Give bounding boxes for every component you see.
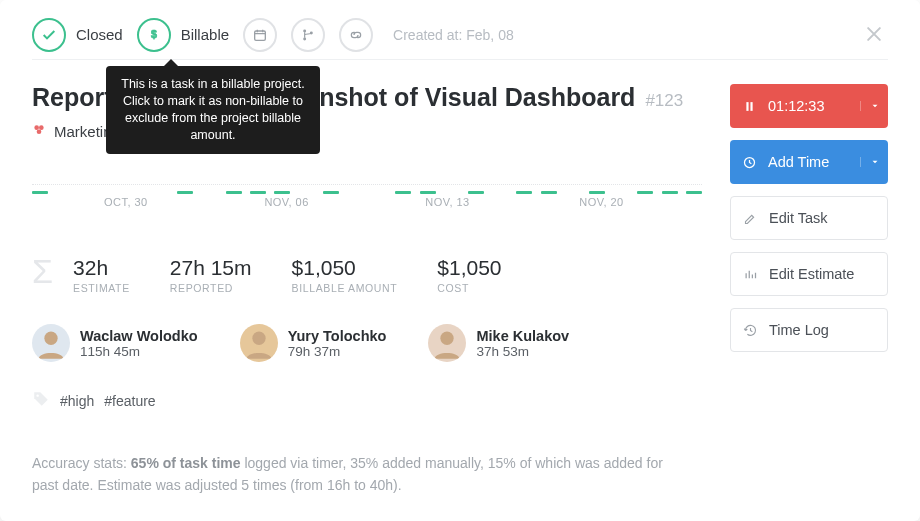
tag[interactable]: #high (60, 393, 94, 409)
spark-bar (516, 191, 532, 194)
tag-icon (32, 390, 50, 411)
time-log-label: Time Log (769, 322, 887, 338)
stat-cost: $1,050 COST (437, 256, 501, 294)
timer-button[interactable]: 01:12:33 (730, 84, 888, 128)
tags-row: #high #feature (32, 390, 702, 411)
stats-row: Σ 32h ESTIMATE 27h 15m REPORTED $1,050 B… (32, 256, 702, 294)
calendar-icon[interactable] (243, 18, 277, 52)
members-row: Waclaw Wolodko115h 45mYury Tolochko79h 3… (32, 324, 702, 362)
add-time-button[interactable]: Add Time (730, 140, 888, 184)
member-time: 37h 53m (476, 344, 569, 359)
stat-reported: 27h 15m REPORTED (170, 256, 252, 294)
task-number: #123 (645, 91, 683, 111)
member-name: Waclaw Wolodko (80, 328, 198, 344)
stat-label: COST (437, 282, 501, 294)
timer-caret[interactable] (860, 101, 888, 111)
branch-icon[interactable] (291, 18, 325, 52)
project-icon (32, 123, 46, 140)
spark-bar (541, 191, 557, 194)
footnote-prefix: Accuracy stats: (32, 455, 131, 471)
bars-icon (731, 267, 769, 282)
status-label: Closed (76, 26, 123, 43)
svg-rect-12 (746, 102, 748, 111)
tag[interactable]: #feature (104, 393, 155, 409)
svg-point-10 (441, 332, 454, 345)
spark-bar (395, 191, 411, 194)
edit-task-button[interactable]: Edit Task (730, 196, 888, 240)
dollar-icon: $ (137, 18, 171, 52)
member-name: Yury Tolochko (288, 328, 387, 344)
history-icon (731, 323, 769, 338)
check-icon (32, 18, 66, 52)
created-value: Feb, 08 (466, 27, 513, 43)
svg-point-7 (37, 130, 42, 135)
stat-value: 32h (73, 256, 130, 280)
sparkline-bars (32, 174, 702, 194)
spark-bar (32, 191, 48, 194)
svg-point-2 (303, 29, 306, 32)
spark-bar (637, 191, 653, 194)
svg-point-3 (303, 37, 306, 40)
member[interactable]: Waclaw Wolodko115h 45m (32, 324, 198, 362)
spark-bar (177, 191, 193, 194)
spark-bar (226, 191, 242, 194)
add-time-label: Add Time (768, 154, 860, 170)
link-icon[interactable] (339, 18, 373, 52)
billable-tooltip: This is a task in a billable project. Cl… (106, 66, 320, 154)
stat-label: REPORTED (170, 282, 252, 294)
stat-estimate: 32h ESTIMATE (73, 256, 130, 294)
tick: OCT, 30 (104, 196, 147, 208)
status-pill[interactable]: Closed (32, 18, 123, 52)
svg-text:$: $ (151, 28, 157, 40)
spark-bar (323, 191, 339, 194)
svg-rect-1 (255, 31, 266, 40)
member-time: 115h 45m (80, 344, 198, 359)
member[interactable]: Yury Tolochko79h 37m (240, 324, 387, 362)
footnote-bold: 65% of task time (131, 455, 241, 471)
activity-sparkline: OCT, 30 NOV, 06 NOV, 13 NOV, 20 (32, 174, 702, 214)
accuracy-footnote: Accuracy stats: 65% of task time logged … (32, 453, 672, 496)
sigma-icon: Σ (32, 252, 53, 291)
edit-estimate-label: Edit Estimate (769, 266, 887, 282)
member[interactable]: Mike Kulakov37h 53m (428, 324, 569, 362)
avatar (32, 324, 70, 362)
spark-bar (686, 191, 702, 194)
spark-bar (420, 191, 436, 194)
tick: NOV, 20 (579, 196, 623, 208)
stat-value: $1,050 (292, 256, 398, 280)
toolbar: Closed $ Billable Created at: Feb, 08 (32, 16, 888, 60)
spark-bar (662, 191, 678, 194)
svg-point-9 (252, 332, 265, 345)
spark-bar (589, 191, 605, 194)
stat-billable: $1,050 BILLABLE AMOUNT (292, 256, 398, 294)
pause-icon (730, 99, 768, 114)
task-card: Closed $ Billable Created at: Feb, 08 Th… (0, 0, 920, 521)
created-at: Created at: Feb, 08 (393, 27, 514, 43)
member-time: 79h 37m (288, 344, 387, 359)
spark-bar (468, 191, 484, 194)
edit-estimate-button[interactable]: Edit Estimate (730, 252, 888, 296)
svg-point-11 (36, 395, 38, 397)
svg-point-6 (39, 126, 44, 131)
timer-value: 01:12:33 (768, 98, 860, 114)
stat-label: BILLABLE AMOUNT (292, 282, 398, 294)
stat-value: $1,050 (437, 256, 501, 280)
tick: NOV, 13 (425, 196, 469, 208)
edit-task-label: Edit Task (769, 210, 887, 226)
billable-pill[interactable]: $ Billable (137, 18, 229, 52)
svg-rect-13 (750, 102, 752, 111)
member-name: Mike Kulakov (476, 328, 569, 344)
add-time-caret[interactable] (860, 157, 888, 167)
side-column: 01:12:33 Add Time Edit Task Edit Estimat… (730, 82, 888, 497)
spark-bar (274, 191, 290, 194)
spark-bar (250, 191, 266, 194)
clock-icon (730, 155, 768, 170)
created-prefix: Created at: (393, 27, 462, 43)
avatar (240, 324, 278, 362)
time-log-button[interactable]: Time Log (730, 308, 888, 352)
avatar (428, 324, 466, 362)
stat-label: ESTIMATE (73, 282, 130, 294)
pencil-icon (731, 211, 769, 226)
close-icon[interactable] (860, 20, 888, 48)
svg-point-8 (44, 332, 57, 345)
